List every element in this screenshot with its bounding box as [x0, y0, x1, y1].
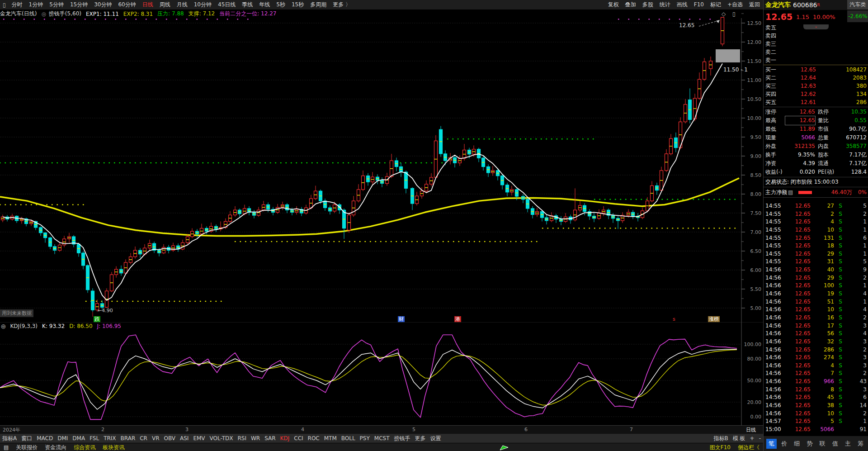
buy-row[interactable]: 买四12.62134	[764, 90, 868, 98]
event-badge-跌[interactable]: 跌	[94, 316, 100, 322]
tool-多股[interactable]: 多股	[639, 1, 656, 8]
timeframe-60分钟[interactable]: 60分钟	[115, 1, 139, 8]
status-关联报价[interactable]: 关联报价	[12, 444, 41, 451]
layout-icon[interactable]: ▯	[732, 11, 736, 17]
sell-row[interactable]: 卖四	[764, 32, 868, 40]
indicator-ASI[interactable]: ASI	[178, 435, 191, 442]
indicator-设置[interactable]: 设置	[428, 435, 443, 442]
status-right-图文F10[interactable]: 图文F10	[706, 444, 734, 451]
buy-row[interactable]: 买三12.63380	[764, 82, 868, 90]
tick-row[interactable]: 14:5612.658S3	[764, 386, 868, 394]
tick-row[interactable]: 14:5512.652S2	[764, 210, 868, 218]
tick-row[interactable]: 14:5512.6531S5	[764, 258, 868, 266]
indicator-right-模 板[interactable]: 模 板	[731, 435, 748, 442]
tick-row[interactable]: 14:5612.65274S3	[764, 354, 868, 362]
event-badge-涨榜[interactable]: 涨榜	[708, 316, 720, 322]
tick-row[interactable]: 14:5612.6517S3	[764, 322, 868, 330]
tick-row[interactable]: 15:0012.65506691	[764, 426, 868, 434]
timeframe-更多 〉[interactable]: 更多 〉	[330, 1, 354, 8]
quote-tab-细[interactable]: 细	[792, 439, 802, 449]
indicator-DMA[interactable]: DMA	[70, 435, 87, 442]
indicator-DMI[interactable]: DMI	[55, 435, 70, 442]
indicator-指标A[interactable]: 指标A	[0, 435, 19, 442]
quote-tab-值[interactable]: 值	[830, 439, 840, 449]
indicator-EMV[interactable]: EMV	[191, 435, 207, 442]
timeframe-分时[interactable]: 分时	[9, 1, 26, 8]
file-icon[interactable]: ▤	[0, 444, 12, 451]
tick-row[interactable]: 14:5612.6551S1	[764, 298, 868, 306]
status-板块资讯[interactable]: 板块资讯	[99, 444, 128, 451]
window-icon[interactable]: ▯	[3, 2, 6, 8]
sell-row[interactable]: 卖一	[764, 56, 868, 64]
status-综合资讯[interactable]: 综合资讯	[70, 444, 99, 451]
tick-row[interactable]: 14:5612.6519S4	[764, 290, 868, 298]
tick-list[interactable]: 14:5512.6527S514:5512.652S214:5512.654S1…	[764, 202, 868, 434]
quote-tab-筹[interactable]: 筹	[855, 439, 866, 449]
indicator-OBV[interactable]: OBV	[162, 435, 178, 442]
tick-row[interactable]: 14:5612.6540S9	[764, 266, 868, 274]
tick-row[interactable]: 14:5512.6518S1	[764, 242, 868, 250]
tick-row[interactable]: 14:5612.6545S6	[764, 394, 868, 402]
tool-+自选[interactable]: +自选	[724, 1, 746, 8]
tick-row[interactable]: 14:5512.65131S6	[764, 234, 868, 242]
tick-row[interactable]: 14:5612.65966S43	[764, 378, 868, 386]
timeframe-1分钟[interactable]: 1分钟	[26, 1, 47, 8]
indicator-SAR[interactable]: SAR	[262, 435, 278, 442]
tick-row[interactable]: 14:5612.6510S2	[764, 410, 868, 418]
sell-row[interactable]: 卖二	[764, 48, 868, 56]
timeframe-30分钟[interactable]: 30分钟	[91, 1, 115, 8]
indicator-FSL[interactable]: FSL	[87, 435, 101, 442]
tool-复权[interactable]: 复权	[605, 1, 622, 8]
quote-tab-势[interactable]: 势	[804, 439, 815, 449]
event-badge-港[interactable]: 港	[454, 316, 461, 322]
indicator-RSI[interactable]: RSI	[236, 435, 249, 442]
diamond-icon[interactable]: ◇	[722, 11, 726, 17]
quote-tab-笔[interactable]: 笔	[766, 439, 777, 449]
indicator-VOL-TDX[interactable]: VOL-TDX	[208, 435, 236, 442]
tick-row[interactable]: 14:5612.6529S2	[764, 274, 868, 282]
indicator-ROC[interactable]: ROC	[306, 435, 322, 442]
tick-row[interactable]: 14:5612.6538S14	[764, 402, 868, 410]
indicator-right-指标B[interactable]: 指标B	[712, 435, 731, 442]
sector-button[interactable]: 汽车类	[847, 0, 868, 9]
list-icon[interactable]: ▤	[788, 188, 793, 197]
indicator-更多[interactable]: 更多	[412, 435, 428, 442]
tool-画线[interactable]: 画线	[674, 1, 691, 8]
collapse-pill[interactable]: ⌄	[803, 24, 829, 29]
tick-row[interactable]: 14:5512.6510S1	[764, 226, 868, 234]
indicator-MTM[interactable]: MTM	[322, 435, 339, 442]
indicator-right--[interactable]: -	[757, 435, 763, 442]
tick-row[interactable]: 14:5512.6529S1	[764, 250, 868, 258]
tool-统计[interactable]: 统计	[656, 1, 674, 8]
indicator-VR[interactable]: VR	[150, 435, 162, 442]
tick-row[interactable]: 14:5612.6532S3	[764, 338, 868, 346]
timeframe-10分钟[interactable]: 10分钟	[191, 1, 215, 8]
collapse-icon[interactable]: ◎	[41, 11, 46, 17]
timeframe-多周期[interactable]: 多周期	[307, 1, 330, 8]
tick-row[interactable]: 14:5612.654S3	[764, 362, 868, 370]
sell-row[interactable]: 卖三	[764, 40, 868, 48]
indicator-MACD[interactable]: MACD	[34, 435, 55, 442]
buy-row[interactable]: 买五12.61286	[764, 98, 868, 106]
tick-row[interactable]: 14:5612.6556S4	[764, 330, 868, 338]
indicator-BRAR[interactable]: BRAR	[118, 435, 138, 442]
timeframe-5分钟[interactable]: 5分钟	[46, 1, 67, 8]
indicator-MCST[interactable]: MCST	[372, 435, 392, 442]
tick-row[interactable]: 14:5612.65286S2	[764, 346, 868, 354]
tick-row[interactable]: 14:5512.654S1	[764, 218, 868, 226]
indicator-PSY[interactable]: PSY	[358, 435, 372, 442]
tick-row[interactable]: 14:5612.657S2	[764, 370, 868, 378]
indicator-捞钱手[interactable]: 捞钱手	[392, 435, 412, 442]
quote-tab-主[interactable]: 主	[843, 439, 853, 449]
tool-返回[interactable]: 返回	[746, 1, 763, 8]
tick-row[interactable]: 14:5712.655S1	[764, 418, 868, 426]
main-net-row[interactable]: 主力净额 ▤ 46.40万 0%	[764, 188, 868, 197]
timeframe-季线[interactable]: 季线	[239, 1, 256, 8]
timeframe-15分钟[interactable]: 15分钟	[67, 1, 91, 8]
status-资金流向[interactable]: 资金流向	[41, 444, 70, 451]
tick-row[interactable]: 14:5612.6510S4	[764, 306, 868, 314]
event-badge-s[interactable]: s	[672, 316, 676, 322]
timeframe-月线[interactable]: 月线	[174, 1, 191, 8]
kdj-indicator-chart[interactable]: 100.0080.0050.0020.000.00	[0, 322, 763, 426]
event-badge-财[interactable]: 财	[398, 316, 405, 322]
